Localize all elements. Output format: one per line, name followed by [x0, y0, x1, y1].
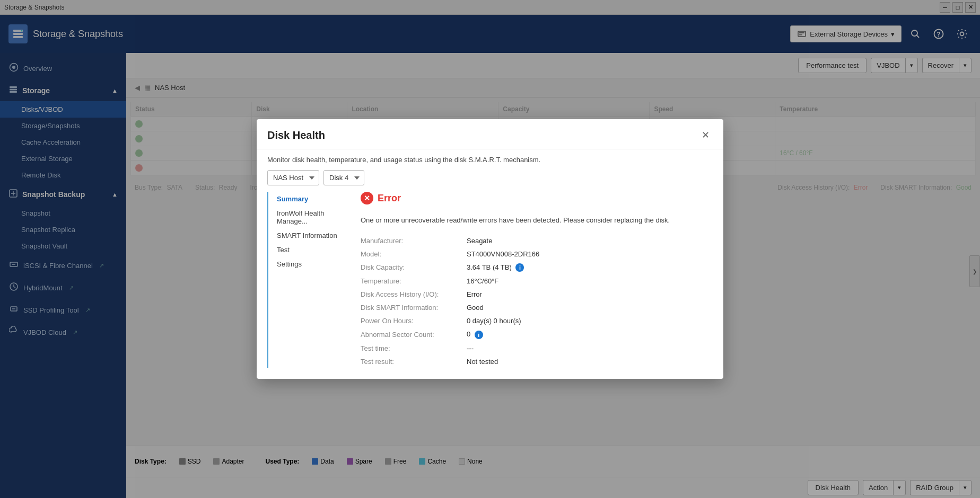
nav-item-test[interactable]: Test	[273, 243, 352, 257]
disk-info-table: Manufacturer: Seagate Model: ST4000VN008…	[361, 234, 713, 368]
test-time-label: Test time:	[361, 342, 467, 355]
modal-nav: Summary IronWolf Health Manage... SMART …	[267, 192, 352, 368]
model-row: Model: ST4000VN008-2DR166	[361, 247, 713, 261]
error-title: Error	[378, 193, 401, 204]
capacity-text: 3.64 TB (4 TB)	[467, 263, 512, 271]
nav-item-ironwolf[interactable]: IronWolf Health Manage...	[273, 206, 352, 228]
nav-item-smart[interactable]: SMART Information	[273, 228, 352, 243]
test-result-value: Not tested	[467, 355, 713, 368]
temperature-value: 16°C/60°F	[467, 274, 713, 288]
error-description: One or more unrecoverable read/write err…	[361, 215, 713, 226]
abnormal-info-icon[interactable]: i	[475, 331, 483, 339]
capacity-value: 3.64 TB (4 TB) i	[467, 261, 713, 275]
modal-body: Summary IronWolf Health Manage... SMART …	[257, 192, 723, 379]
disk-access-value: Error	[467, 288, 713, 301]
disk-smart-value: Good	[467, 301, 713, 314]
test-result-row: Test result: Not tested	[361, 355, 713, 368]
disk-smart-row: Disk SMART Information: Good	[361, 301, 713, 314]
manufacturer-row: Manufacturer: Seagate	[361, 234, 713, 247]
modal-title: Disk Health	[267, 129, 325, 141]
disk-selector[interactable]: Disk 4	[323, 170, 364, 185]
temperature-row: Temperature: 16°C/60°F	[361, 274, 713, 288]
manufacturer-value: Seagate	[467, 234, 713, 247]
modal-close-button[interactable]: ✕	[698, 128, 713, 143]
nav-item-settings[interactable]: Settings	[273, 257, 352, 271]
abnormal-row: Abnormal Sector Count: 0 i	[361, 327, 713, 342]
disk-health-modal: Disk Health ✕ Monitor disk health, tempe…	[257, 119, 723, 379]
test-time-value: ---	[467, 342, 713, 355]
host-selector[interactable]: NAS Host	[267, 170, 319, 185]
manufacturer-label: Manufacturer:	[361, 234, 467, 247]
power-on-label: Power On Hours:	[361, 314, 467, 327]
disk-smart-label: Disk SMART Information:	[361, 301, 467, 314]
disk-access-label: Disk Access History (I/O):	[361, 288, 467, 301]
abnormal-text: 0	[467, 330, 470, 338]
capacity-info-icon[interactable]: i	[515, 263, 524, 272]
capacity-label: Disk Capacity:	[361, 261, 467, 275]
disk-access-row: Disk Access History (I/O): Error	[361, 288, 713, 301]
modal-summary-content: ✕ Error One or more unrecoverable read/w…	[361, 192, 713, 368]
test-time-row: Test time: ---	[361, 342, 713, 355]
modal-header: Disk Health ✕	[257, 119, 723, 149]
power-on-value: 0 day(s) 0 hour(s)	[467, 314, 713, 327]
temperature-label: Temperature:	[361, 274, 467, 288]
model-label: Model:	[361, 247, 467, 261]
modal-description: Monitor disk health, temperature, and us…	[257, 149, 723, 170]
nav-item-summary[interactable]: Summary	[273, 192, 352, 206]
abnormal-label: Abnormal Sector Count:	[361, 327, 467, 342]
error-status: ✕ Error	[361, 192, 713, 204]
error-circle-icon: ✕	[361, 192, 373, 204]
test-result-label: Test result:	[361, 355, 467, 368]
power-on-row: Power On Hours: 0 day(s) 0 hour(s)	[361, 314, 713, 327]
abnormal-value: 0 i	[467, 327, 713, 342]
model-value: ST4000VN008-2DR166	[467, 247, 713, 261]
modal-selectors: NAS Host Disk 4	[257, 170, 723, 192]
modal-overlay[interactable]: Disk Health ✕ Monitor disk health, tempe…	[0, 0, 980, 498]
capacity-row: Disk Capacity: 3.64 TB (4 TB) i	[361, 261, 713, 275]
